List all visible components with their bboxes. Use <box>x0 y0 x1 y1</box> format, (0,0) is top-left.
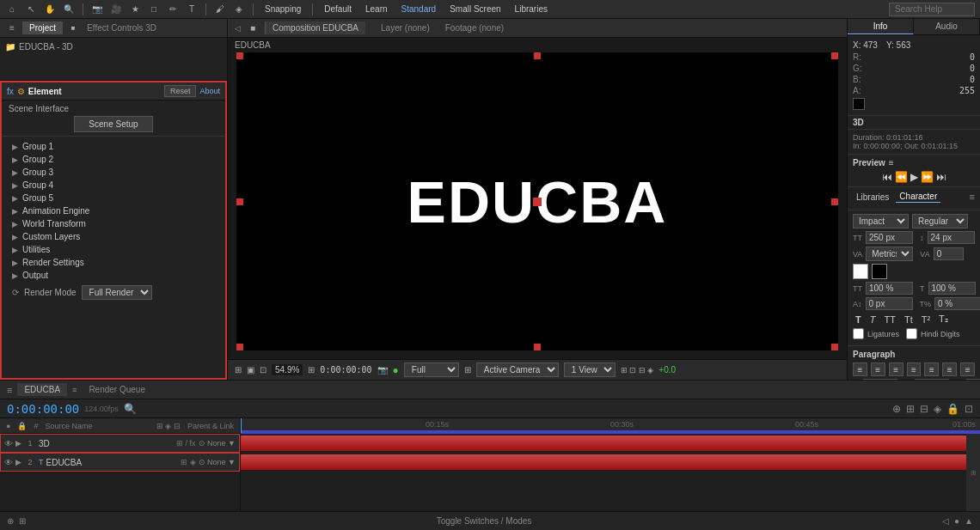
viewport-icon1[interactable]: ⊞ <box>235 365 242 375</box>
tree-item-animation-engine[interactable]: ▶ Animation Engine <box>2 204 225 217</box>
timeline-tab-icon[interactable]: ≡ <box>72 386 77 394</box>
tl-ctrl1[interactable]: ⊕ <box>892 403 901 415</box>
timeline-layer-1[interactable]: 👁 ▶ 1 3D ⊞ / fx ⊙ None ▼ <box>0 434 240 453</box>
project-tab[interactable]: Project <box>22 21 63 34</box>
comp-panel-icon[interactable]: ■ <box>246 21 260 35</box>
about-button[interactable]: About <box>199 87 220 95</box>
reset-button[interactable]: Reset <box>164 85 197 97</box>
footer-btn2[interactable]: ● <box>954 516 959 526</box>
add-layer-button[interactable]: ⊕ <box>7 516 14 526</box>
super-button[interactable]: T² <box>919 314 933 326</box>
preview-menu-icon[interactable]: ≡ <box>889 158 894 168</box>
tsume-input[interactable] <box>934 297 980 310</box>
layer2-vis-icon[interactable]: 👁 <box>4 458 13 467</box>
star-icon[interactable]: ★ <box>128 3 142 16</box>
home-icon[interactable]: ⌂ <box>5 3 19 16</box>
camera-icon[interactable]: 📷 <box>90 3 104 16</box>
brush-icon[interactable]: 🖌 <box>213 3 227 16</box>
render-queue-tab[interactable]: Render Queue <box>82 383 152 396</box>
tree-item-output[interactable]: ▶ Output <box>2 269 225 282</box>
layer-props-button[interactable]: ⊞ <box>19 516 26 526</box>
viewport-icon4[interactable]: ⊞ <box>308 365 315 375</box>
pen-icon[interactable]: ✏ <box>166 3 180 16</box>
camera-icon2[interactable]: 📷 <box>377 365 388 375</box>
tl-ctrl4[interactable]: ◈ <box>934 403 941 415</box>
default-label[interactable]: Default <box>320 3 356 15</box>
scene-setup-button[interactable]: Scene Setup <box>74 116 152 132</box>
play-button[interactable]: ▶ <box>910 171 918 183</box>
fill-color-swatch[interactable] <box>853 264 868 279</box>
vert-scale-input[interactable] <box>866 282 913 295</box>
tracking-input[interactable] <box>934 247 964 260</box>
italic-button[interactable]: T <box>867 314 879 326</box>
bold-button[interactable]: T <box>853 314 864 326</box>
kerning-select[interactable]: Metrics <box>866 247 913 261</box>
rect-icon[interactable]: □ <box>147 3 161 16</box>
tree-item-group5[interactable]: ▶ Group 5 <box>2 192 225 204</box>
justify-all-button[interactable]: ≡ <box>960 362 975 376</box>
project-item-educba3d[interactable]: 📁 EDUCBA - 3D <box>5 41 222 52</box>
tab-info[interactable]: Info <box>848 19 914 34</box>
panel-close-icon[interactable]: ■ <box>66 21 80 35</box>
small-screen-label[interactable]: Small Screen <box>445 3 505 15</box>
justify-center-button[interactable]: ≡ <box>924 362 939 376</box>
search-input[interactable] <box>889 3 975 16</box>
video-icon[interactable]: 🎥 <box>109 3 123 16</box>
horiz-scale-input[interactable] <box>928 282 976 295</box>
timeline-timecode[interactable]: 0:00:00:00 <box>7 402 79 416</box>
align-left-button[interactable]: ≡ <box>853 362 867 376</box>
viewport-icon2[interactable]: ▣ <box>247 365 254 375</box>
layer2-expand-icon[interactable]: ▶ <box>15 458 21 466</box>
next-frame-button[interactable]: ⏩ <box>921 171 934 183</box>
timeline-menu-icon[interactable]: ≡ <box>7 385 12 395</box>
toggle-modes-label[interactable]: Toggle Switches / Modes <box>31 516 937 526</box>
playhead[interactable] <box>241 418 242 433</box>
leading-input[interactable] <box>928 231 975 244</box>
align-center-button[interactable]: ≡ <box>871 362 885 376</box>
panel-menu-icon[interactable]: ≡ <box>5 21 19 35</box>
libraries-tab[interactable]: Libraries <box>853 192 892 203</box>
camera-select[interactable]: Active Camera <box>476 362 559 377</box>
font-size-input[interactable] <box>866 231 913 244</box>
ligatures-checkbox[interactable] <box>853 328 864 339</box>
comp-tab[interactable]: Composition EDUCBA <box>265 21 365 34</box>
style-select[interactable]: Regular <box>912 214 968 228</box>
viewport-icon5[interactable]: ⊞ <box>464 365 471 375</box>
tree-item-utilities[interactable]: ▶ Utilities <box>2 243 225 256</box>
baseline-input[interactable] <box>866 297 913 310</box>
skip-end-button[interactable]: ⏭ <box>936 171 946 183</box>
track-bar-educba[interactable] <box>241 454 980 470</box>
tab-audio[interactable]: Audio <box>914 19 980 34</box>
tl-ctrl3[interactable]: ⊟ <box>920 403 928 415</box>
prev-frame-button[interactable]: ⏪ <box>895 171 908 183</box>
tl-ctrl2[interactable]: ⊞ <box>906 403 915 415</box>
hindi-digits-checkbox[interactable] <box>906 328 917 339</box>
standard-label[interactable]: Standard <box>397 3 441 15</box>
align-right-button[interactable]: ≡ <box>889 362 903 376</box>
layer1-expand-icon[interactable]: ▶ <box>15 439 21 448</box>
viewport-icon6[interactable]: ⊞ ⊡ ⊟ ◈ <box>621 366 654 375</box>
font-select[interactable]: Impact <box>853 214 909 228</box>
tree-item-group3[interactable]: ▶ Group 3 <box>2 166 225 179</box>
tree-item-group4[interactable]: ▶ Group 4 <box>2 179 225 192</box>
stroke-color-swatch[interactable] <box>872 264 887 279</box>
effect-controls-tab[interactable]: Effect Controls 3D <box>87 23 156 33</box>
footer-btn3[interactable]: ▲ <box>965 516 973 526</box>
expand-icon[interactable]: ⊞ <box>971 469 977 477</box>
timeline-tab-educba[interactable]: EDUCBA <box>17 383 67 396</box>
render-mode-select[interactable]: Full Render <box>82 285 152 300</box>
all-caps-button[interactable]: TT <box>881 314 897 326</box>
track-bar-3d[interactable] <box>241 436 980 451</box>
view-select[interactable]: 1 View <box>564 362 616 377</box>
libraries-label[interactable]: Libraries <box>511 3 552 15</box>
zoom-display[interactable]: 54.9% <box>272 364 303 375</box>
tree-item-world-transform[interactable]: ▶ World Transform <box>2 217 225 230</box>
quality-select[interactable]: Full Half Quarter <box>404 362 459 377</box>
timeline-layer-2[interactable]: 👁 ▶ 2 T EDUCBA ⊞ ◈ ⊙ None ▼ <box>0 453 240 472</box>
hand-icon[interactable]: ✋ <box>43 3 57 16</box>
select-icon[interactable]: ↖ <box>24 3 38 16</box>
tree-item-group1[interactable]: ▶ Group 1 <box>2 140 225 153</box>
learn-label[interactable]: Learn <box>361 3 392 15</box>
snapping-label[interactable]: Snapping <box>260 3 305 15</box>
stamp-icon[interactable]: ◈ <box>232 3 246 16</box>
